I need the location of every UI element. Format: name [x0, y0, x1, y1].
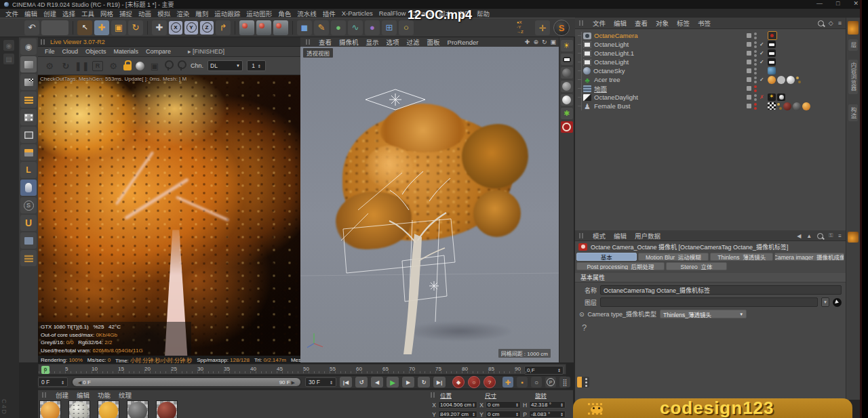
lv-menu-file[interactable]: File [45, 48, 55, 55]
render-view-button[interactable] [239, 20, 254, 35]
menu-snap[interactable]: 捕捉 [119, 9, 132, 18]
visibility-dots-disabled[interactable] [754, 103, 757, 110]
metaball-button[interactable]: ● [365, 20, 380, 35]
render-settings-button[interactable] [273, 20, 288, 35]
polygons-mode-button[interactable] [20, 144, 37, 161]
camera-type-radio[interactable]: ⊙ [579, 311, 585, 318]
record-pla-toggle[interactable]: ⣿ [559, 377, 570, 388]
menu-plugins[interactable]: 插件 [323, 9, 336, 18]
dock-handle-icon[interactable] [42, 392, 47, 398]
pick-material-pin-icon[interactable] [165, 63, 174, 69]
enabled-check[interactable]: ✓ [760, 59, 765, 65]
record-position-toggle[interactable]: ✚ [502, 377, 513, 388]
enabled-check[interactable]: ✓ [760, 50, 765, 56]
object-row-octanelight-2[interactable]: OctaneLight ✓ [575, 58, 846, 66]
tab-stereo[interactable]: Stereo_立体 [666, 262, 727, 270]
am-menu-userdata[interactable]: 用户数据 [635, 231, 660, 241]
generators-button[interactable]: ● [331, 20, 346, 35]
visibility-dots[interactable] [754, 33, 757, 39]
keyframe-selection-button[interactable]: ? [484, 376, 496, 388]
om-menu-tags[interactable]: 标签 [677, 18, 690, 28]
play-button[interactable]: ▶ [387, 377, 399, 388]
menu-realflow[interactable]: RealFlow [379, 9, 406, 17]
material-tag-icon[interactable] [802, 102, 810, 110]
mat-menu-create[interactable]: 创建 [56, 390, 68, 400]
menu-create[interactable]: 创建 [43, 9, 56, 18]
layer-toggle[interactable] [747, 77, 751, 82]
layer-toggle[interactable] [747, 95, 751, 100]
octane-light-tag-icon[interactable] [768, 41, 776, 48]
search-icon[interactable] [817, 233, 823, 239]
menu-simulate[interactable]: 模拟 [157, 9, 170, 18]
goto-end-button[interactable]: ▶| [433, 377, 446, 388]
parent-up-icon[interactable]: ▲ [806, 233, 812, 239]
dock-tab-layers[interactable]: 层 [848, 39, 858, 51]
menu-file[interactable]: 文件 [5, 9, 18, 18]
dock-handle-icon[interactable] [579, 233, 585, 238]
layer-toggle[interactable] [747, 60, 751, 64]
lv-menu-compare[interactable]: Compare [146, 48, 171, 55]
layer-field[interactable] [600, 297, 818, 307]
edges-mode-button[interactable] [20, 127, 37, 143]
dock-thumbnail-icon[interactable] [848, 21, 859, 35]
workplane-snap-button[interactable] [20, 250, 37, 266]
palette-icon-2[interactable]: ▤ [3, 54, 14, 64]
kernel-gear-icon[interactable]: ⚙ [107, 60, 119, 72]
om-menu-objects[interactable]: 对象 [656, 18, 669, 28]
menu-mograph[interactable]: 运动图形 [246, 9, 272, 18]
mini-tag-icons[interactable] [796, 77, 801, 83]
palette-icon[interactable]: ◉ [3, 40, 14, 51]
axis-gizmo-icon[interactable]: ●X◦Y→Z [517, 20, 532, 35]
tab-thinlens[interactable]: Thinlens_薄透镜头 [710, 253, 773, 261]
object-row-octanecamera[interactable]: OctaneCamera [575, 31, 846, 40]
render-to-picture-viewer-button[interactable] [256, 20, 271, 35]
menu-help[interactable]: 帮助 [477, 9, 490, 18]
redo-button[interactable] [41, 20, 68, 35]
next-frame-button[interactable]: ▶ [402, 377, 414, 388]
timeline-playhead[interactable]: 0 [41, 366, 50, 374]
object-row-octanelight-1[interactable]: OctaneLight.1 ✓ [575, 49, 846, 58]
layer-toggle[interactable] [747, 104, 751, 108]
position-x-field[interactable]: 1004.506 cm⇕ [438, 401, 477, 409]
basic-properties-section[interactable]: 基本属性 [575, 273, 846, 283]
octane-logo-icon[interactable]: S [553, 20, 570, 36]
snap-settings-button[interactable]: S [20, 197, 37, 213]
preview-range-bar[interactable]: ◀ 0 F 90 F ▶ [73, 378, 300, 386]
coordinate-system-button[interactable]: ↱ [216, 20, 231, 35]
lv-menu-cloud[interactable]: Cloud [62, 48, 79, 55]
live-selection-tool[interactable]: ↖ [77, 20, 92, 35]
mat-menu-function[interactable]: 功能 [98, 390, 111, 400]
scale-tool[interactable]: ▣ [111, 20, 126, 35]
object-row-acer-tree[interactable]: ♣ Acer tree ✓ [575, 75, 846, 84]
channel-count-stepper[interactable]: 1⇕ [247, 60, 266, 71]
enable-snap-button[interactable]: U [20, 215, 37, 231]
keyframe-selection-icon[interactable] [577, 377, 589, 388]
axis-star-gizmo[interactable] [429, 281, 439, 291]
om-menu-edit[interactable]: 编辑 [614, 18, 627, 28]
material-tag-icon[interactable] [783, 102, 791, 110]
menu-select[interactable]: 选择 [62, 9, 75, 18]
menu-render[interactable]: 渲染 [176, 9, 189, 18]
mat-menu-texture[interactable]: 纹理 [119, 390, 132, 400]
history-back-icon[interactable]: ◀ [797, 233, 801, 239]
octane-settings-icon[interactable] [561, 121, 573, 133]
rotate-tool[interactable]: ↻ [128, 20, 143, 35]
material-thumbnail-speckled[interactable] [68, 400, 90, 418]
range-start-field[interactable]: 0 F⇕ [38, 377, 68, 387]
workplane-lock-button[interactable] [20, 232, 37, 249]
viewport-solo-button[interactable] [20, 180, 37, 196]
texture-mode-button[interactable] [20, 74, 37, 90]
current-frame-field[interactable]: 0 F⇕ [524, 366, 564, 375]
move-tool[interactable]: ✚ [94, 20, 109, 35]
dock-handle-icon[interactable] [579, 20, 585, 26]
viewport-canvas[interactable] [300, 37, 559, 362]
disabled-x[interactable]: ✗ [760, 94, 765, 100]
material-thumbnail-amber[interactable] [98, 400, 119, 418]
record-rotation-toggle[interactable]: ○ [531, 377, 542, 388]
timeline-ruler[interactable]: 0 5 10 15 20 25 30 35 40 45 50 55 60 65 … [38, 364, 566, 375]
visibility-dots-disabled[interactable] [754, 85, 757, 92]
layer-toggle[interactable] [747, 68, 751, 73]
dock-tab-structure[interactable]: 构造 [848, 104, 858, 121]
am-menu-edit[interactable]: 编辑 [614, 231, 627, 241]
maximize-button[interactable]: □ [836, 0, 840, 7]
